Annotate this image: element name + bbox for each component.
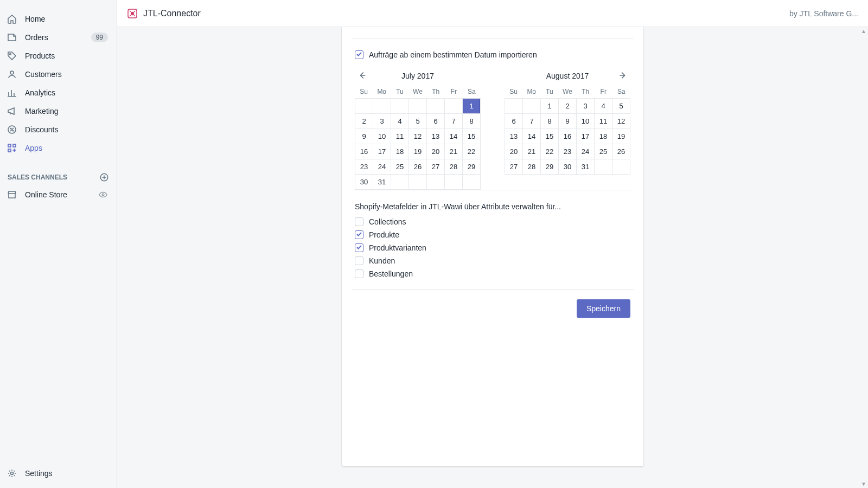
- calendar-day[interactable]: 12: [409, 129, 427, 144]
- scroll-up-arrow[interactable]: ▲: [861, 28, 866, 34]
- calendar-day[interactable]: 24: [373, 159, 391, 175]
- calendar-day[interactable]: 14: [445, 129, 463, 144]
- sidebar-item-home[interactable]: Home: [0, 10, 117, 28]
- metafield-label[interactable]: Kunden: [369, 256, 395, 265]
- sidebar-item-label: Analytics: [25, 88, 110, 97]
- sidebar-item-analytics[interactable]: Analytics: [0, 84, 117, 102]
- calendar-day[interactable]: 27: [505, 159, 523, 175]
- calendar-day[interactable]: 3: [577, 99, 595, 114]
- sidebar-item-customers[interactable]: Customers: [0, 65, 117, 84]
- calendar-day[interactable]: 28: [445, 159, 463, 175]
- calendar-day[interactable]: 22: [541, 144, 559, 159]
- calendar-day[interactable]: 2: [559, 99, 577, 114]
- calendar-day[interactable]: 21: [523, 144, 541, 159]
- metafield-label[interactable]: Collections: [369, 217, 406, 226]
- calendar-day[interactable]: 23: [355, 159, 373, 175]
- calendar-day[interactable]: 16: [559, 129, 577, 144]
- calendar-day[interactable]: 5: [409, 114, 427, 129]
- calendar-day[interactable]: 31: [577, 159, 595, 175]
- calendar-day[interactable]: 10: [577, 114, 595, 129]
- calendar-day[interactable]: 30: [355, 175, 373, 190]
- calendar-day[interactable]: 6: [505, 114, 523, 129]
- calendar-day[interactable]: 17: [577, 129, 595, 144]
- calendar-day[interactable]: 25: [595, 144, 612, 159]
- calendar-day[interactable]: 22: [463, 144, 481, 159]
- calendar-day[interactable]: 8: [463, 114, 481, 129]
- calendar-day[interactable]: 20: [505, 144, 523, 159]
- calendar-day[interactable]: 15: [541, 129, 559, 144]
- calendar-day[interactable]: 29: [541, 159, 559, 175]
- scroll-down-arrow[interactable]: ▼: [861, 481, 866, 487]
- channel-item-online-store[interactable]: Online Store: [0, 185, 117, 204]
- calendar-day[interactable]: 18: [595, 129, 612, 144]
- metafield-label[interactable]: Produktvarianten: [369, 243, 426, 252]
- calendar-day[interactable]: 14: [523, 129, 541, 144]
- calendar-day[interactable]: 6: [427, 114, 445, 129]
- calendar-next-button[interactable]: [617, 70, 628, 81]
- calendar-day[interactable]: 31: [373, 175, 391, 190]
- calendar-day[interactable]: 2: [355, 114, 373, 129]
- metafield-checkbox-collections[interactable]: [355, 217, 363, 226]
- calendar-day[interactable]: 13: [505, 129, 523, 144]
- calendar-day[interactable]: 3: [373, 114, 391, 129]
- calendar-day[interactable]: 16: [355, 144, 373, 159]
- calendar-day[interactable]: 15: [463, 129, 481, 144]
- sidebar-item-orders[interactable]: Orders 99: [0, 28, 117, 47]
- calendar-day[interactable]: 4: [595, 99, 612, 114]
- metafield-checkbox-produktvarianten[interactable]: [355, 243, 363, 252]
- calendar-day[interactable]: 21: [445, 144, 463, 159]
- calendar-dow: Sa: [463, 86, 481, 97]
- calendar-day[interactable]: 29: [463, 159, 481, 175]
- calendar-day[interactable]: 19: [409, 144, 427, 159]
- metafield-checkbox-bestellungen[interactable]: [355, 269, 363, 278]
- calendar-day[interactable]: 5: [612, 99, 630, 114]
- scrollbar-track[interactable]: ▲ ▼: [859, 27, 868, 488]
- add-channel-button[interactable]: [99, 172, 109, 182]
- calendar-day[interactable]: 11: [391, 129, 409, 144]
- calendar-day[interactable]: 7: [445, 114, 463, 129]
- sidebar-item-label: Apps: [25, 144, 110, 152]
- calendar-day[interactable]: 30: [559, 159, 577, 175]
- import-from-date-row: Aufträge ab einem bestimmten Datum impor…: [355, 50, 630, 59]
- calendar-day[interactable]: 11: [595, 114, 612, 129]
- sidebar-item-products[interactable]: Products: [0, 47, 117, 65]
- app-by-label: by JTL Software G...: [789, 9, 858, 18]
- calendar-prev-button[interactable]: [357, 70, 368, 81]
- calendar-day[interactable]: 9: [559, 114, 577, 129]
- calendar-day[interactable]: 23: [559, 144, 577, 159]
- import-from-date-label[interactable]: Aufträge ab einem bestimmten Datum impor…: [369, 50, 537, 59]
- calendar-day[interactable]: 10: [373, 129, 391, 144]
- calendar-day[interactable]: 1: [541, 99, 559, 114]
- calendar-day[interactable]: 9: [355, 129, 373, 144]
- svg-point-1: [10, 71, 14, 74]
- calendar-day[interactable]: 26: [612, 144, 630, 159]
- calendar-day[interactable]: 28: [523, 159, 541, 175]
- calendar-day[interactable]: 12: [612, 114, 630, 129]
- calendar-day[interactable]: 13: [427, 129, 445, 144]
- calendar-day[interactable]: 18: [391, 144, 409, 159]
- calendar-dow: Su: [505, 86, 522, 97]
- sidebar-item-settings[interactable]: Settings: [0, 464, 117, 483]
- calendar-day[interactable]: 27: [427, 159, 445, 175]
- import-from-date-checkbox[interactable]: [355, 50, 363, 59]
- metafield-checkbox-kunden[interactable]: [355, 256, 363, 265]
- metafield-checkbox-produkte[interactable]: [355, 230, 363, 239]
- calendar-day[interactable]: 26: [409, 159, 427, 175]
- calendar-day[interactable]: 4: [391, 114, 409, 129]
- calendar-day[interactable]: 20: [427, 144, 445, 159]
- calendar-day[interactable]: 19: [612, 129, 630, 144]
- calendar-day[interactable]: 1: [463, 99, 481, 114]
- sidebar-item-apps[interactable]: Apps: [0, 139, 117, 157]
- metafield-label[interactable]: Bestellungen: [369, 269, 413, 278]
- view-store-button[interactable]: [98, 190, 108, 200]
- calendar-day[interactable]: 25: [391, 159, 409, 175]
- save-button[interactable]: Speichern: [577, 299, 630, 318]
- calendar-day[interactable]: 7: [523, 114, 541, 129]
- calendar-dow: Mo: [522, 86, 540, 97]
- sidebar-item-discounts[interactable]: Discounts: [0, 120, 117, 139]
- sidebar-item-marketing[interactable]: Marketing: [0, 102, 117, 120]
- metafield-label[interactable]: Produkte: [369, 230, 399, 239]
- calendar-day[interactable]: 8: [541, 114, 559, 129]
- calendar-day[interactable]: 24: [577, 144, 595, 159]
- calendar-day[interactable]: 17: [373, 144, 391, 159]
